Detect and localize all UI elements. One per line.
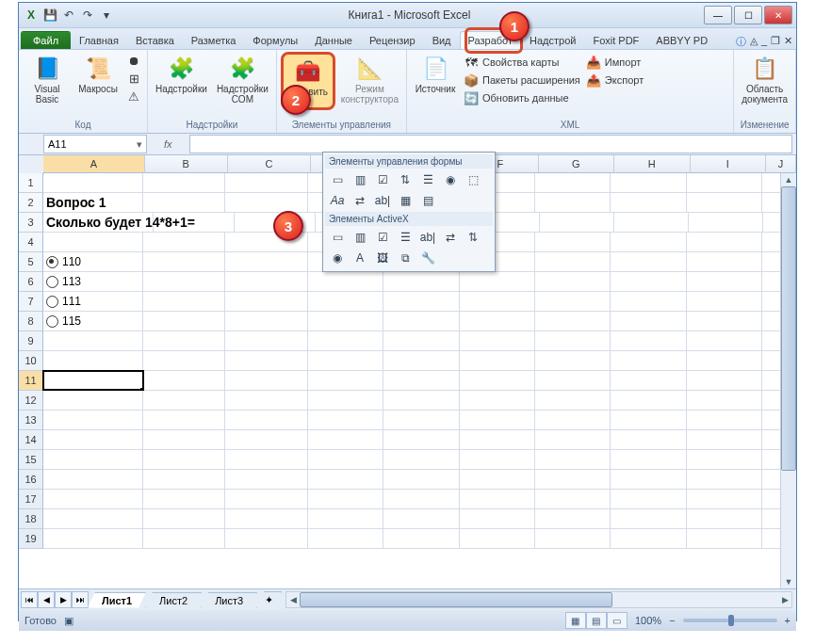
cell-H15[interactable] bbox=[611, 450, 686, 469]
cell-G14[interactable] bbox=[535, 430, 611, 449]
zoom-slider[interactable] bbox=[683, 619, 777, 622]
name-box[interactable]: A11▾ bbox=[43, 135, 147, 153]
cell-F17[interactable] bbox=[460, 490, 535, 508]
cell-A1[interactable] bbox=[43, 173, 143, 192]
row-header-12[interactable]: 12 bbox=[19, 391, 43, 411]
col-header-I[interactable]: I bbox=[691, 155, 766, 173]
doc-close-icon[interactable]: ✕ bbox=[784, 35, 792, 49]
macros-button[interactable]: 📜Макросы bbox=[73, 52, 122, 96]
cell-E12[interactable] bbox=[383, 391, 459, 410]
vertical-scrollbar[interactable]: ▲ ▼ bbox=[780, 173, 796, 588]
cell-A15[interactable] bbox=[43, 450, 143, 469]
cell-C14[interactable] bbox=[225, 430, 308, 449]
cell-C11[interactable] bbox=[225, 371, 308, 390]
cell-H16[interactable] bbox=[611, 470, 686, 489]
cell-E11[interactable] bbox=[383, 371, 459, 390]
cell-E15[interactable] bbox=[383, 450, 459, 469]
cell-H12[interactable] bbox=[611, 391, 686, 410]
row-header-6[interactable]: 6 bbox=[19, 272, 43, 292]
row-header-19[interactable]: 19 bbox=[19, 529, 43, 549]
macro-security-button[interactable]: ⚠ bbox=[124, 88, 143, 105]
close-button[interactable]: ✕ bbox=[764, 6, 792, 24]
sheet-first-button[interactable]: ⏮ bbox=[21, 591, 38, 608]
cell-G8[interactable] bbox=[535, 312, 611, 330]
cell-I1[interactable] bbox=[687, 173, 762, 192]
qat-more-icon[interactable]: ▾ bbox=[98, 7, 115, 24]
ax-text-icon[interactable]: ab| bbox=[417, 228, 438, 247]
radio-option-115[interactable] bbox=[46, 315, 58, 328]
cell-D18[interactable] bbox=[308, 509, 383, 528]
cell-B3[interactable] bbox=[154, 213, 235, 232]
cell-C13[interactable] bbox=[225, 411, 308, 429]
scroll-up-icon[interactable]: ▲ bbox=[781, 173, 796, 186]
ax-toggle-icon[interactable]: ⧉ bbox=[395, 249, 416, 267]
page-layout-button[interactable]: ▤ bbox=[586, 612, 607, 629]
doc-restore-icon[interactable]: ❐ bbox=[771, 35, 780, 49]
addins-button[interactable]: 🧩Надстройки bbox=[152, 52, 211, 96]
cell-A7[interactable]: 111 bbox=[43, 292, 143, 311]
new-sheet-button[interactable]: ✦ bbox=[256, 591, 282, 608]
sheet-tab-3[interactable]: Лист3 bbox=[201, 592, 257, 608]
cell-H10[interactable] bbox=[611, 351, 686, 370]
cell-I15[interactable] bbox=[687, 450, 762, 469]
row-header-4[interactable]: 4 bbox=[19, 233, 43, 252]
cell-C15[interactable] bbox=[225, 450, 308, 469]
tab-abbyy[interactable]: ABBYY PD bbox=[647, 31, 716, 49]
cell-C5[interactable] bbox=[225, 252, 308, 271]
cell-H5[interactable] bbox=[611, 252, 686, 271]
cell-I19[interactable] bbox=[687, 529, 762, 548]
cell-F7[interactable] bbox=[460, 292, 535, 311]
cell-I5[interactable] bbox=[687, 252, 762, 271]
cell-E6[interactable] bbox=[383, 272, 459, 291]
cell-B9[interactable] bbox=[143, 331, 226, 350]
tab-insert[interactable]: Вставка bbox=[127, 31, 183, 49]
row-header-3[interactable]: 3 bbox=[19, 213, 43, 233]
sheet-next-button[interactable]: ▶ bbox=[55, 591, 72, 608]
radio-option-111[interactable] bbox=[46, 296, 58, 308]
ax-image-icon[interactable]: 🖼 bbox=[372, 249, 393, 267]
cell-B11[interactable] bbox=[143, 371, 226, 390]
sheet-last-button[interactable]: ⏭ bbox=[72, 591, 89, 608]
cell-A9[interactable] bbox=[43, 331, 143, 350]
cell-D9[interactable] bbox=[308, 331, 383, 350]
row-header-18[interactable]: 18 bbox=[19, 509, 43, 529]
cell-E16[interactable] bbox=[383, 470, 459, 489]
cell-B2[interactable] bbox=[143, 193, 226, 212]
ax-option-icon[interactable]: ◉ bbox=[327, 249, 348, 267]
cell-D13[interactable] bbox=[308, 411, 383, 429]
row-header-15[interactable]: 15 bbox=[19, 450, 43, 470]
cell-A11[interactable] bbox=[43, 371, 143, 390]
cell-E7[interactable] bbox=[383, 292, 459, 311]
col-header-H[interactable]: H bbox=[614, 155, 690, 173]
cell-I7[interactable] bbox=[687, 292, 762, 311]
cell-F15[interactable] bbox=[460, 450, 535, 469]
cell-H14[interactable] bbox=[611, 430, 686, 449]
row-header-9[interactable]: 9 bbox=[19, 331, 43, 351]
cell-H2[interactable] bbox=[611, 193, 686, 212]
cell-A4[interactable] bbox=[43, 233, 143, 251]
row-header-1[interactable]: 1 bbox=[19, 173, 43, 193]
cell-C1[interactable] bbox=[225, 173, 308, 192]
cell-G13[interactable] bbox=[535, 411, 611, 429]
tab-view[interactable]: Вид bbox=[424, 31, 460, 49]
cell-I12[interactable] bbox=[687, 391, 762, 410]
cell-H18[interactable] bbox=[611, 509, 686, 528]
cell-H6[interactable] bbox=[611, 272, 686, 291]
cell-B8[interactable] bbox=[143, 312, 226, 330]
visual-basic-button[interactable]: 📘Visual Basic bbox=[23, 52, 72, 106]
cell-I9[interactable] bbox=[687, 331, 762, 350]
cell-E13[interactable] bbox=[383, 411, 459, 429]
cell-G3[interactable] bbox=[540, 213, 614, 232]
ax-button-icon[interactable]: ▭ bbox=[327, 228, 348, 247]
cell-F12[interactable] bbox=[460, 391, 535, 410]
cell-B13[interactable] bbox=[143, 411, 226, 429]
form-scroll-icon[interactable]: ⇄ bbox=[350, 191, 370, 210]
radio-option-110[interactable] bbox=[46, 256, 58, 268]
formula-input[interactable] bbox=[189, 135, 792, 153]
select-all-corner[interactable] bbox=[19, 155, 44, 174]
cell-B15[interactable] bbox=[143, 450, 226, 469]
cell-G11[interactable] bbox=[535, 371, 611, 390]
design-mode-button[interactable]: 📐Режим конструктора bbox=[337, 52, 402, 106]
row-header-14[interactable]: 14 bbox=[19, 430, 43, 450]
normal-view-button[interactable]: ▦ bbox=[565, 612, 586, 629]
